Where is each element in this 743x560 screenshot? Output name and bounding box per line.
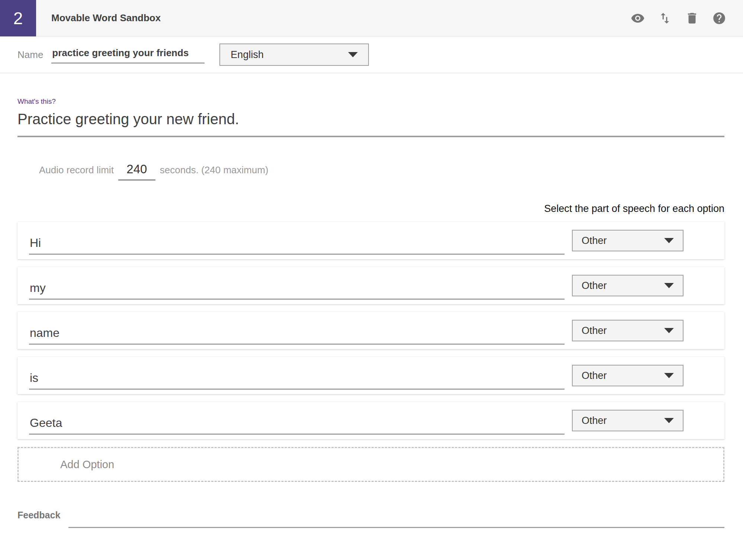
part-of-speech-value: Other [582,370,607,382]
help-icon[interactable] [712,11,727,26]
option-row: Other [17,312,724,349]
add-option-button[interactable]: Add Option [17,447,724,482]
audio-record-limit-input[interactable] [118,162,155,181]
part-of-speech-select[interactable]: Other [572,230,684,251]
option-text-input[interactable] [29,371,565,390]
chevron-down-icon [664,373,674,378]
option-text-input[interactable] [29,416,565,435]
option-text-input[interactable] [29,236,565,255]
activity-name-input[interactable] [51,46,205,64]
option-row: Other [17,267,724,304]
audio-record-limit-row: Audio record limit seconds. (240 maximum… [39,162,724,181]
option-text-input[interactable] [29,281,565,300]
reorder-icon[interactable] [657,11,672,26]
step-number-badge: 2 [0,0,36,36]
name-label: Name [17,49,43,61]
eye-icon[interactable] [630,11,645,26]
feedback-label: Feedback [17,510,60,528]
language-select[interactable]: English [219,44,369,66]
part-of-speech-select[interactable]: Other [572,275,684,296]
feedback-row: Feedback [17,510,724,528]
part-of-speech-value: Other [582,280,607,292]
header-actions [630,11,743,26]
part-of-speech-value: Other [582,415,607,427]
part-of-speech-select[interactable]: Other [572,410,684,431]
part-of-speech-value: Other [582,325,607,337]
module-title: Movable Word Sandbox [51,12,161,24]
part-of-speech-select[interactable]: Other [572,365,684,386]
name-row: Name English [0,36,743,73]
language-select-value: English [231,49,264,61]
option-text-input[interactable] [29,326,565,345]
audio-record-limit-label: Audio record limit [39,164,114,176]
module-header: 2 Movable Word Sandbox [0,0,743,36]
chevron-down-icon [664,328,674,333]
prompt-input[interactable] [17,109,724,137]
chevron-down-icon [664,238,674,243]
chevron-down-icon [664,283,674,288]
part-of-speech-value: Other [582,235,607,247]
option-row: Other [17,402,724,439]
part-of-speech-note: Select the part of speech for each optio… [17,203,724,215]
options-list: Other Other Other Other [17,222,724,439]
option-row: Other [17,357,724,394]
audio-record-limit-suffix: seconds. (240 maximum) [160,164,268,176]
chevron-down-icon [664,418,674,423]
feedback-input[interactable] [68,511,724,528]
chevron-down-icon [348,52,358,57]
module-content: What's this? Audio record limit seconds.… [0,73,743,528]
trash-icon[interactable] [685,11,699,26]
whats-this-link[interactable]: What's this? [17,97,56,106]
option-row: Other [17,222,724,259]
part-of-speech-select[interactable]: Other [572,320,684,341]
